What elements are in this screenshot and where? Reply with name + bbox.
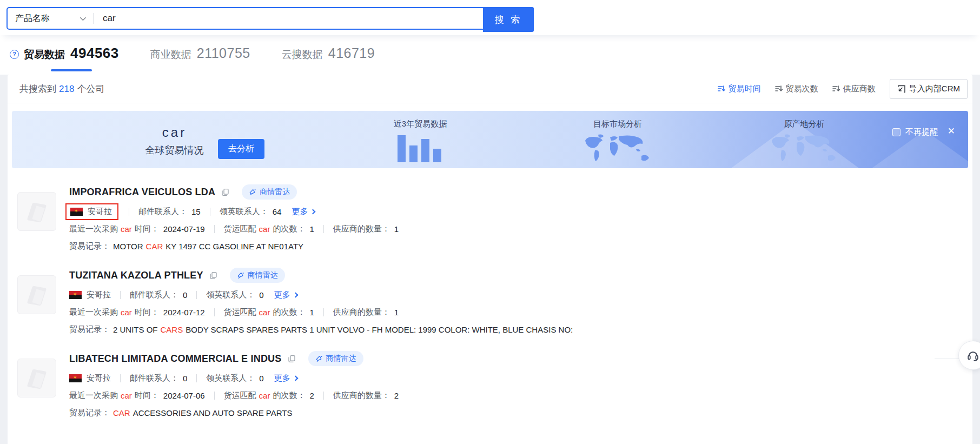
linkedin-contacts-label: 领英联系人： xyxy=(206,290,255,300)
business-radar-badge[interactable]: 商情雷达 xyxy=(242,184,297,200)
header-divider xyxy=(8,103,972,103)
trade-record-text: CARACCESSORIES AND AUTO SPARE PARTS xyxy=(113,408,292,418)
divider xyxy=(210,208,210,216)
keyword-highlight: car xyxy=(259,391,270,400)
dismiss-control: 不再提醒 xyxy=(892,127,938,137)
close-icon[interactable]: ✕ xyxy=(948,125,955,137)
found-count: 218 xyxy=(59,84,74,94)
edge-divider xyxy=(935,359,961,359)
more-link[interactable]: 更多 xyxy=(274,373,297,383)
email-contacts-value: 15 xyxy=(191,207,201,216)
keyword-highlight: car xyxy=(259,224,270,234)
sort-icon xyxy=(718,85,725,92)
divider xyxy=(120,291,121,299)
world-map-icon xyxy=(764,133,844,168)
radar-icon xyxy=(249,188,256,196)
linkedin-contacts-value: 64 xyxy=(273,207,282,216)
company-card: TUZITANA KAZOLA PTHLEY 商情雷达 安哥拉 邮件联系人： 0 xyxy=(8,251,972,335)
sort-label: 贸易时间 xyxy=(729,84,761,94)
business-radar-badge[interactable]: 商情雷达 xyxy=(308,351,363,366)
more-label: 更多 xyxy=(292,207,308,217)
sort-supplier-count[interactable]: 供应商数 xyxy=(832,84,876,94)
analyze-button[interactable]: 去分析 xyxy=(218,139,264,159)
freight-label: 的次数： xyxy=(273,307,305,317)
company-name[interactable]: LIBATECH LIMITADA COMMERCIAL E INDUS xyxy=(69,353,282,365)
company-card: LIBATECH LIMITADA COMMERCIAL E INDUS 商情雷… xyxy=(8,335,972,418)
divider xyxy=(214,308,215,316)
country-label: 安哥拉 xyxy=(88,207,112,217)
tab-cloud-search-data[interactable]: 云搜数据 416719 xyxy=(282,45,375,71)
copy-icon[interactable] xyxy=(221,188,229,196)
record-keyword: CARS xyxy=(161,325,183,334)
tab-trade-data[interactable]: 贸易数据 494563 xyxy=(24,45,119,71)
search-input[interactable] xyxy=(94,8,484,29)
banner-keyword-block: car 全球贸易情况 xyxy=(135,125,214,157)
help-icon[interactable]: ? xyxy=(10,50,19,59)
business-radar-badge[interactable]: 商情雷达 xyxy=(230,268,285,283)
search-button[interactable]: 搜 索 xyxy=(483,7,534,32)
more-label: 更多 xyxy=(274,373,290,383)
record-post: BODY SCRAPS SPARES PARTS 1 UNIT VOLVO - … xyxy=(186,325,573,334)
purchase-date-value: 2024-07-19 xyxy=(163,224,205,234)
results-count-text: 共搜索到218个公司 xyxy=(19,83,104,95)
angola-flag-icon xyxy=(69,291,82,299)
analysis-promo-banner: car 全球贸易情况 去分析 近3年贸易数据 目标市场分析 原产地分析 不再提醒… xyxy=(12,111,968,168)
tab-label: 商业数据 xyxy=(150,48,191,62)
company-name[interactable]: TUZITANA KAZOLA PTHLEY xyxy=(69,270,203,281)
sort-icon xyxy=(832,85,840,92)
banner-section-label: 原产地分析 xyxy=(784,119,825,129)
banner-section-label: 目标市场分析 xyxy=(593,119,642,129)
dismiss-checkbox[interactable] xyxy=(892,128,900,136)
supplier-label: 供应商的数量： xyxy=(333,224,390,234)
supplier-count-value: 1 xyxy=(394,224,399,234)
angola-flag-icon xyxy=(69,374,82,382)
freight-label: 的次数： xyxy=(273,390,305,401)
copy-icon[interactable] xyxy=(209,271,217,280)
country-label: 安哥拉 xyxy=(87,373,111,383)
record-post: KY 1497 CC GASOLINE AT NE01ATY xyxy=(165,242,303,251)
country-chip: 安哥拉 xyxy=(69,373,111,383)
tab-count: 2110755 xyxy=(197,45,250,61)
linkedin-contacts-value: 0 xyxy=(259,374,263,383)
divider xyxy=(196,291,197,299)
purchase-label: 最近一次采购 xyxy=(69,307,118,317)
freight-count-value: 1 xyxy=(309,224,314,234)
import-crm-button[interactable]: 导入内部CRM xyxy=(890,79,968,99)
headset-icon xyxy=(966,348,980,362)
more-link[interactable]: 更多 xyxy=(292,207,315,217)
chevron-down-icon xyxy=(80,15,86,21)
radar-icon xyxy=(237,271,244,279)
keyword-highlight: car xyxy=(259,308,270,317)
sort-trade-time[interactable]: 贸易时间 xyxy=(718,84,761,94)
company-thumbnail xyxy=(17,275,56,314)
purchase-label: 时间： xyxy=(135,307,159,317)
freight-label: 货运匹配 xyxy=(224,307,256,317)
sort-label: 贸易次数 xyxy=(786,84,818,94)
copy-icon[interactable] xyxy=(288,355,296,363)
country-chip: 安哥拉 xyxy=(69,290,111,300)
linkedin-contacts-label: 领英联系人： xyxy=(206,373,255,383)
sort-trade-count[interactable]: 贸易次数 xyxy=(775,84,818,94)
search-category-dropdown[interactable]: 产品名称 xyxy=(8,8,93,29)
record-keyword: CAR xyxy=(113,408,130,418)
badge-label: 商情雷达 xyxy=(248,270,278,280)
search-box: 产品名称 搜 索 xyxy=(6,7,534,30)
divider xyxy=(323,392,324,400)
import-icon xyxy=(897,85,905,93)
freight-label: 货运匹配 xyxy=(224,390,256,401)
trade-record-label: 贸易记录： xyxy=(69,408,110,418)
trade-record-label: 贸易记录： xyxy=(69,324,110,335)
company-name[interactable]: IMPORAFRICA VEICULOS LDA xyxy=(69,187,215,198)
email-contacts-value: 0 xyxy=(183,374,187,383)
sort-icon xyxy=(775,85,783,92)
bar-chart-icon xyxy=(395,133,445,162)
keyword-highlight: car xyxy=(121,224,132,234)
data-source-tabs: ? 贸易数据 494563 商业数据 2110755 云搜数据 416719 xyxy=(0,35,980,75)
keyword-highlight: car xyxy=(121,308,132,317)
tab-business-data[interactable]: 商业数据 2110755 xyxy=(150,45,250,71)
more-link[interactable]: 更多 xyxy=(274,290,297,300)
divider xyxy=(214,225,215,233)
banner-section-target-market: 目标市场分析 xyxy=(574,119,661,168)
divider xyxy=(120,374,121,382)
purchase-label: 时间： xyxy=(135,224,159,234)
